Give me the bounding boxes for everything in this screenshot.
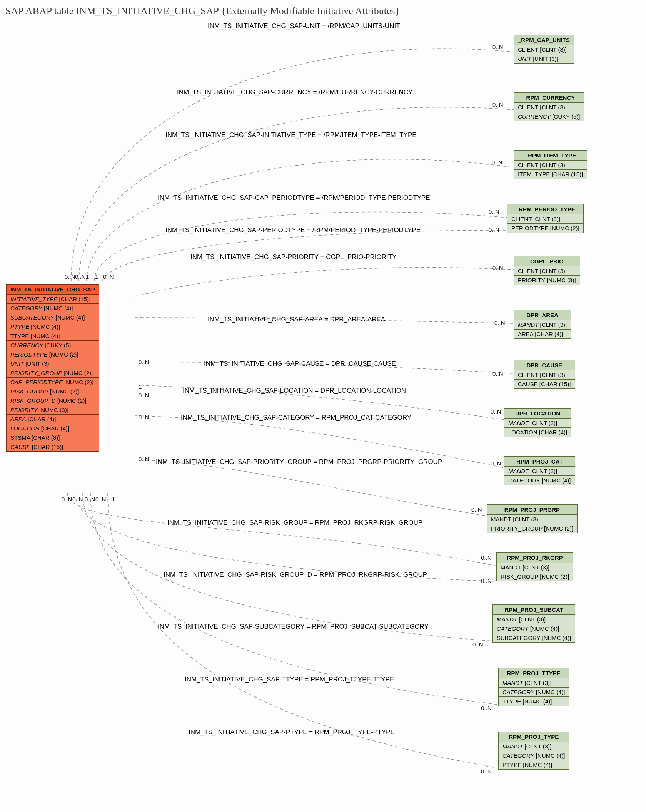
- table-row: LOCATION [CHAR (4)]: [7, 424, 99, 433]
- relation-label: INM_TS_INITIATIVE_CHG_SAP-RISK_GROUP = R…: [167, 519, 422, 527]
- table-row: STSMA [CHAR (8)]: [7, 433, 99, 442]
- field-cell: MANDT [CLNT (3)]: [493, 615, 575, 624]
- table-header: RPM_PROJ_TYPE: [499, 732, 569, 742]
- table-cur: _RPM_CURRENCYCLIENT [CLNT (3)]CURRENCY […: [514, 92, 584, 121]
- cardinality-label: 0..N: [139, 359, 149, 365]
- table-pty: RPM_PROJ_TYPEMANDT [CLNT (3)]CATEGORY [N…: [498, 732, 569, 770]
- table-cap: _RPM_CAP_UNITSCLIENT [CLNT (3)]UNIT [UNI…: [514, 35, 574, 64]
- table-row: MANDT [CLNT (3)]: [499, 678, 569, 688]
- field-cell: PRIORITY [NUMC (3)]: [7, 405, 99, 415]
- table-row: MANDT [CLNT (3)]: [504, 419, 571, 428]
- table-header: _RPM_CURRENCY: [514, 93, 584, 103]
- relation-label: INM_TS_INITIATIVE_CHG_SAP-AREA = DPR_ARE…: [208, 316, 385, 323]
- cardinality-label: 1: [95, 273, 98, 280]
- table-header: _RPM_CAP_UNITS: [514, 35, 574, 45]
- table-row: MANDT [CLNT (3)]: [493, 615, 575, 624]
- cardinality-label: 0..N: [491, 460, 501, 467]
- field-cell: CATEGORY [NUMC (4)]: [504, 476, 575, 485]
- table-header: _RPM_ITEM_TYPE: [514, 151, 587, 161]
- cardinality-label: 0..N: [472, 641, 483, 648]
- table-row: PRIORITY_GROUP [NUMC (2)]: [487, 524, 578, 533]
- cardinality-label: 0..N: [494, 320, 505, 326]
- field-cell: PRIORITY_GROUP [NUMC (2)]: [7, 368, 99, 378]
- field-cell: MANDT [CLNT (3)]: [504, 419, 571, 428]
- field-cell: PERIODTYPE [NUMC (2)]: [7, 350, 99, 359]
- table-itm: _RPM_ITEM_TYPECLIENT [CLNT (3)]ITEM_TYPE…: [514, 150, 587, 179]
- field-cell: UNIT [UNIT (3)]: [514, 54, 574, 64]
- relation-label: INM_TS_INITIATIVE_CHG_SAP-PTYPE = RPM_PR…: [189, 728, 395, 736]
- field-cell: RISK_GROUP [NUMC (2)]: [497, 572, 573, 581]
- field-cell: CLIENT [CLNT (3)]: [514, 103, 584, 112]
- table-header: RPM_PROJ_TTYPE: [499, 668, 569, 678]
- table-row: PRIORITY [NUMC (3)]: [7, 405, 99, 415]
- relation-label: INM_TS_INITIATIVE_CHG_SAP-UNIT = /RPM/CA…: [208, 22, 400, 30]
- cardinality-label: 0..N: [481, 768, 492, 775]
- table-row: MANDT [CLNT (3)]: [514, 320, 571, 330]
- field-cell: AREA [CHAR (4)]: [514, 330, 571, 339]
- table-row: CAUSE [CHAR (15)]: [7, 442, 99, 452]
- field-cell: SUBCATEGORY [NUMC (4)]: [7, 313, 99, 322]
- table-row: CURRENCY [CUKY (5)]: [514, 112, 584, 121]
- cardinality-label: 0..N: [491, 408, 501, 415]
- field-cell: MANDT [CLNT (3)]: [497, 563, 573, 572]
- table-row: PRIORITY [NUMC (3)]: [514, 276, 580, 285]
- cardinality-label: 0..N: [492, 370, 503, 377]
- table-row: CLIENT [CLNT (3)]: [514, 266, 580, 276]
- cardinality-label: 0..N: [481, 705, 492, 711]
- table-row: TTYPE [NUMC (4)]: [7, 331, 99, 341]
- field-cell: CAUSE [CHAR (15)]: [514, 380, 575, 389]
- table-header: RPM_PROJ_RKGRP: [497, 553, 573, 563]
- field-cell: UNIT [UNIT (3)]: [7, 359, 99, 368]
- cardinality-label: 0..N: [65, 273, 75, 280]
- table-row: CATEGORY [NUMC (4)]: [493, 624, 575, 633]
- table-cau: DPR_CAUSECLIENT [CLNT (3)]CAUSE [CHAR (1…: [514, 360, 575, 389]
- field-cell: STSMA [CHAR (8)]: [7, 433, 99, 442]
- table-cat: RPM_PROJ_CATMANDT [CLNT (3)]CATEGORY [NU…: [504, 456, 575, 485]
- table-row: CATEGORY [NUMC (4)]: [499, 688, 569, 697]
- field-cell: LOCATION [CHAR (4)]: [7, 424, 99, 433]
- field-cell: MANDT [CLNT (3)]: [499, 678, 569, 688]
- table-row: CLIENT [CLNT (3)]: [514, 103, 584, 112]
- table-per: _RPM_PERIOD_TYPECLIENT [CLNT (3)]PERIODT…: [507, 204, 584, 233]
- table-row: AREA [CHAR (4)]: [7, 415, 99, 424]
- table-row: CLIENT [CLNT (3)]: [514, 45, 574, 54]
- relation-label: INM_TS_INITIATIVE_CHG_SAP-CURRENCY = /RP…: [177, 89, 412, 96]
- table-header: DPR_CAUSE: [514, 360, 575, 370]
- field-cell: MANDT [CLNT (3)]: [514, 320, 571, 330]
- relation-label: INM_TS_INITIATIVE_CHG_SAP-CAUSE = DPR_CA…: [204, 360, 396, 368]
- table-header: DPR_AREA: [514, 310, 571, 320]
- field-cell: CLIENT [CLNT (3)]: [514, 45, 574, 54]
- field-cell: CATEGORY [NUMC (4)]: [499, 751, 569, 760]
- table-are: DPR_AREAMANDT [CLNT (3)]AREA [CHAR (4)]: [514, 310, 571, 339]
- field-cell: CLIENT [CLNT (3)]: [507, 214, 584, 224]
- table-header: _RPM_PERIOD_TYPE: [507, 204, 584, 214]
- cardinality-label: 0..N: [481, 578, 492, 584]
- table-row: PERIODTYPE [NUMC (2)]: [507, 224, 584, 233]
- cardinality-label: 0..N: [492, 265, 503, 271]
- relation-label: INM_TS_INITIATIVE_CHG_SAP-CAP_PERIODTYPE…: [158, 194, 430, 202]
- field-cell: CLIENT [CLNT (3)]: [514, 266, 580, 276]
- table-row: CURRENCY [CUKY (5)]: [7, 341, 99, 350]
- field-cell: INITIATIVE_TYPE [CHAR (15)]: [7, 295, 99, 304]
- field-cell: PTYPE [NUMC (4)]: [7, 322, 99, 331]
- cardinality-label: 0..N: [489, 208, 499, 215]
- relation-label: INM_TS_INITIATIVE_CHG_SAP-CATEGORY = RPM…: [181, 414, 411, 422]
- table-row: MANDT [CLNT (3)]: [499, 742, 569, 751]
- table-row: ITEM_TYPE [CHAR (15)]: [514, 170, 587, 179]
- table-row: PRIORITY_GROUP [NUMC (2)]: [7, 368, 99, 378]
- field-cell: AREA [CHAR (4)]: [7, 415, 99, 424]
- table-row: CATEGORY [NUMC (4)]: [504, 476, 575, 485]
- table-row: UNIT [UNIT (3)]: [7, 359, 99, 368]
- table-row: CLIENT [CLNT (3)]: [514, 161, 587, 170]
- table-header: DPR_LOCATION: [504, 409, 571, 419]
- table-header: RPM_PROJ_SUBCAT: [493, 605, 575, 615]
- field-cell: TTYPE [NUMC (4)]: [499, 697, 569, 706]
- field-cell: CLIENT [CLNT (3)]: [514, 161, 587, 170]
- field-cell: RISK_GROUP [NUMC (2)]: [7, 387, 99, 396]
- table-row: TTYPE [NUMC (4)]: [499, 697, 569, 706]
- cardinality-label: 0..N: [492, 44, 503, 50]
- relation-label: INM_TS_INITIATIVE_CHG_SAP-INITIATIVE_TYP…: [165, 131, 417, 139]
- page-title: SAP ABAP table INM_TS_INITIATIVE_CHG_SAP…: [5, 5, 400, 17]
- field-cell: CATEGORY [NUMC (4)]: [493, 624, 575, 633]
- cardinality-label: 0..N: [492, 101, 503, 108]
